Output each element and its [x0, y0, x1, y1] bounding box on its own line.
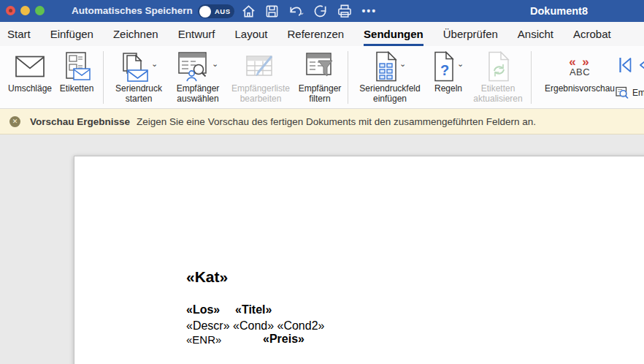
- tab-referenzen[interactable]: Referenzen: [288, 22, 345, 46]
- select-recipients-icon: [177, 51, 210, 83]
- home-icon: [241, 4, 256, 19]
- ribbon-group-divider: [531, 51, 532, 104]
- chevron-down-icon: ⌄: [212, 60, 218, 68]
- merge-field-line-enr-preis[interactable]: «ENR» «Preis»: [186, 333, 405, 346]
- toggle-knob-icon: [199, 6, 211, 18]
- print-button[interactable]: [337, 0, 353, 22]
- tab-zeichnen[interactable]: Zeichnen: [113, 22, 158, 46]
- merge-field-enr[interactable]: «ENR»: [186, 333, 221, 346]
- minimize-window-button[interactable]: [20, 6, 30, 15]
- ribbon-button-etiketten-aktualisieren: Etiketten aktualisieren: [469, 50, 527, 104]
- chevron-down-icon: ⌄: [399, 60, 406, 68]
- ribbon: Umschläge Etiketten ⌄ Seriendruck starte…: [0, 46, 644, 109]
- redo-button[interactable]: [313, 0, 328, 22]
- save-button[interactable]: [265, 0, 279, 22]
- undo-chevron-icon: ⌄: [299, 8, 304, 16]
- document-page[interactable]: «Kat» «Los» «Titel» «Descr» «Cond» «Cond…: [74, 156, 644, 364]
- ribbon-button-empfaengerliste-bearbeiten: Empfängerliste bearbeiten: [226, 50, 296, 104]
- merge-field-line-los-titel[interactable]: «Los» «Titel»: [186, 303, 405, 316]
- tab-layout[interactable]: Layout: [234, 22, 267, 46]
- banner-message: Zeigen Sie eine Vorschau des fertigen Do…: [137, 116, 536, 127]
- ribbon-button-ergebnisvorschau[interactable]: « » ABC Ergebnisvorschau: [535, 50, 624, 94]
- autosave-label: Automatisches Speichern: [72, 0, 193, 22]
- preview-results-banner: ✕ Vorschau Ergebnisse Zeigen Sie eine Vo…: [0, 109, 644, 134]
- banner-title: Vorschau Ergebnisse: [30, 116, 130, 127]
- more-toolbar-button[interactable]: •••: [361, 0, 377, 22]
- find-recipient-button[interactable]: Em: [616, 86, 644, 100]
- autosave-state-label: AUS: [215, 4, 231, 18]
- tab-sendungen[interactable]: Sendungen: [364, 22, 423, 46]
- word-window: Automatisches Speichern AUS ⌄ •••: [0, 0, 644, 364]
- find-recipient-label: Em: [632, 88, 644, 99]
- merge-field-line-descr[interactable]: «Descr» «Cond» «Cond2»: [186, 319, 324, 333]
- first-record-icon: [617, 56, 633, 75]
- ribbon-button-empfaenger-filtern[interactable]: Empfänger filtern: [296, 50, 344, 104]
- preview-results-icon: « » ABC: [569, 56, 591, 77]
- envelope-icon: [15, 56, 45, 77]
- document-title: Dokument8: [530, 0, 588, 22]
- close-icon[interactable]: ✕: [9, 116, 20, 127]
- nav-first-record-button[interactable]: [617, 56, 633, 77]
- ellipsis-icon: •••: [361, 5, 377, 17]
- ribbon-group-divider: [103, 51, 104, 104]
- titlebar: Automatisches Speichern AUS ⌄ •••: [0, 0, 644, 22]
- save-icon: [265, 4, 279, 18]
- tab-einfuegen[interactable]: Einfügen: [50, 22, 93, 46]
- ribbon-button-regeln[interactable]: ? ⌄ Regeln: [428, 50, 469, 94]
- previous-record-icon: [638, 56, 644, 75]
- undo-button[interactable]: ⌄: [288, 0, 304, 22]
- ribbon-button-umschlaege[interactable]: Umschläge: [6, 50, 54, 94]
- ribbon-button-empfaenger-auswaehlen[interactable]: ⌄ Empfänger auswählen: [170, 50, 226, 104]
- home-button[interactable]: [241, 0, 256, 22]
- insert-merge-field-icon: [374, 51, 397, 82]
- filter-recipients-icon: [305, 52, 334, 81]
- chevron-down-icon: ⌄: [151, 60, 158, 68]
- close-window-button[interactable]: [6, 6, 15, 15]
- redo-icon: [313, 4, 328, 18]
- chevron-down-icon: ⌄: [457, 60, 464, 68]
- merge-field-kat[interactable]: «Kat»: [186, 268, 228, 286]
- update-labels-icon: [486, 51, 510, 82]
- labels-icon: [62, 52, 91, 81]
- start-mail-merge-icon: [120, 51, 149, 82]
- edit-recipient-list-icon: [245, 53, 277, 80]
- document-area[interactable]: «Kat» «Los» «Titel» «Descr» «Cond» «Cond…: [0, 134, 644, 364]
- ribbon-tabbar: Start Einfügen Zeichnen Entwurf Layout R…: [0, 22, 644, 46]
- printer-icon: [337, 4, 353, 18]
- rules-icon: ?: [433, 51, 455, 82]
- autosave-toggle[interactable]: AUS: [198, 4, 234, 18]
- merge-field-los[interactable]: «Los»: [186, 303, 220, 316]
- tab-ansicht[interactable]: Ansicht: [518, 22, 553, 46]
- tab-ueberpruefen[interactable]: Überprüfen: [443, 22, 498, 46]
- merge-field-titel[interactable]: «Titel»: [235, 303, 272, 316]
- tab-entwurf[interactable]: Entwurf: [178, 22, 215, 46]
- tab-start[interactable]: Start: [7, 22, 31, 46]
- ribbon-group-divider: [348, 51, 348, 104]
- nav-previous-record-button[interactable]: [638, 56, 644, 77]
- tab-acrobat[interactable]: Acrobat: [573, 22, 611, 46]
- ribbon-button-seriendruckfeld-einfuegen[interactable]: ⌄ Seriendruckfeld einfügen: [352, 50, 428, 104]
- ribbon-button-seriendruck-starten[interactable]: ⌄ Seriendruck starten: [107, 50, 170, 104]
- svg-text:?: ?: [440, 62, 449, 78]
- merge-field-preis[interactable]: «Preis»: [263, 333, 304, 346]
- zoom-window-button[interactable]: [35, 6, 45, 15]
- ribbon-button-etiketten[interactable]: Etiketten: [54, 50, 99, 94]
- find-recipient-icon: [616, 86, 629, 100]
